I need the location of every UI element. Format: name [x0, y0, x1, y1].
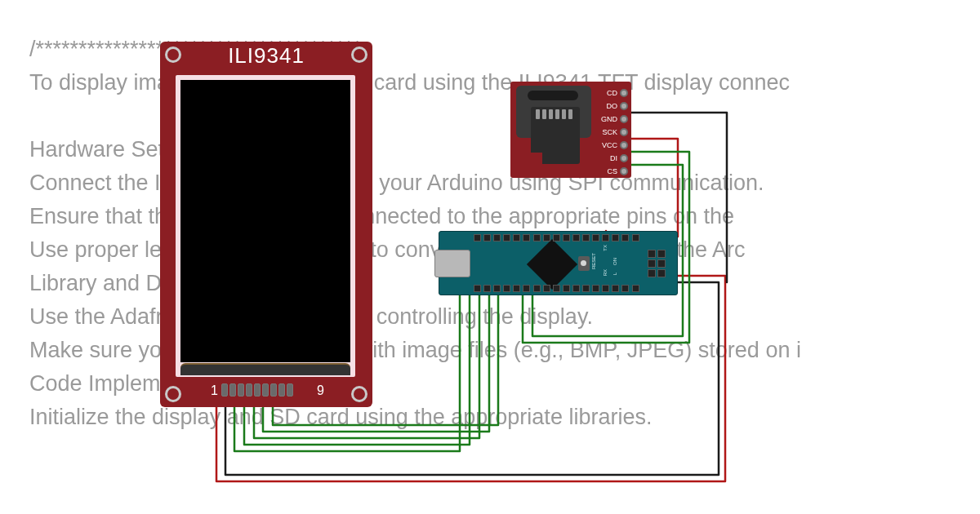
tft-screen-frame [176, 75, 355, 377]
sd-pin-sck[interactable]: SCK [599, 126, 628, 138]
nano-on-led-label: ON [612, 258, 617, 265]
sd-pin-vcc[interactable]: VCC [599, 139, 628, 151]
screw-hole-icon [165, 47, 181, 63]
code-line: Ensure that the SD card is also connecte… [29, 204, 734, 228]
tft-pin-9-label: 9 [317, 383, 324, 398]
tft-model-label: ILI9341 [160, 43, 372, 69]
nano-usb-port[interactable] [434, 250, 470, 277]
sd-pin-di[interactable]: DI [599, 152, 628, 164]
code-line: Initialize the display and SD card using… [29, 405, 652, 429]
tft-pin[interactable] [221, 383, 228, 397]
nano-top-pin-header[interactable] [474, 234, 639, 241]
screw-hole-icon [351, 386, 368, 402]
code-line: To display images saved on an SD card us… [29, 70, 790, 95]
tft-pin-header[interactable] [221, 383, 314, 397]
nano-l-led-label: L [612, 273, 617, 275]
nano-reset-button[interactable] [578, 256, 590, 271]
tft-pin[interactable] [246, 383, 252, 397]
tft-pin[interactable] [229, 383, 236, 397]
tft-pin-1-label: 1 [211, 383, 218, 398]
sd-pin-do[interactable]: DO [599, 100, 628, 112]
ili9341-tft-display-module[interactable]: ILI9341 1 9 [160, 42, 372, 407]
tft-screen [180, 80, 350, 362]
nano-rx-led-label: RX [603, 269, 608, 276]
tft-pin[interactable] [278, 383, 285, 397]
tft-flex-connector [180, 363, 350, 375]
sd-pin-cs[interactable]: CS [599, 165, 628, 177]
nano-reset-label: RESET [591, 253, 596, 269]
microsd-card-icon [531, 107, 580, 164]
code-line: Make sure you have the SD card with imag… [29, 338, 801, 362]
arduino-nano-board[interactable]: RESET TX RX ON L [439, 231, 678, 295]
tft-pin[interactable] [254, 383, 261, 397]
tft-pin[interactable] [287, 383, 293, 397]
tft-pin[interactable] [262, 383, 269, 397]
nano-tx-led-label: TX [603, 245, 608, 251]
tft-pin[interactable] [270, 383, 277, 397]
nano-icsp-header[interactable] [648, 250, 672, 277]
sd-pin-header[interactable]: CD DO GND SCK VCC DI CS [599, 86, 628, 177]
code-line: Connect the ILI9341 TFT display to your … [29, 171, 764, 195]
tft-pin[interactable] [238, 383, 244, 397]
sd-card-breakout-module[interactable]: CD DO GND SCK VCC DI CS [510, 82, 631, 178]
sd-card-slot[interactable] [516, 86, 591, 138]
sd-pin-gnd[interactable]: GND [599, 113, 628, 125]
nano-bottom-pin-header[interactable] [474, 285, 639, 292]
screw-hole-icon [351, 47, 368, 63]
screw-hole-icon [165, 386, 181, 402]
nano-mcu-chip-icon [527, 239, 577, 290]
sd-pin-cd[interactable]: CD [599, 86, 628, 99]
